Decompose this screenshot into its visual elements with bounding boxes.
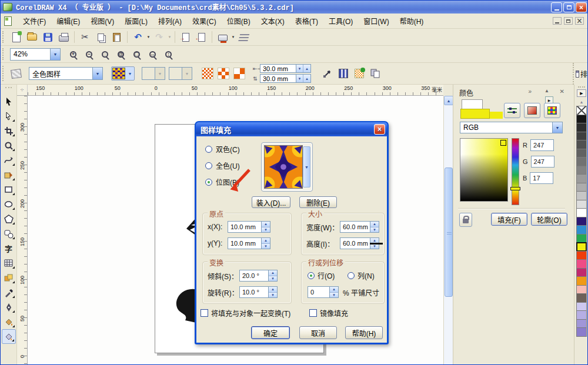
docker-tab[interactable]: 排 [573, 63, 587, 85]
lock-icon[interactable] [459, 213, 472, 227]
palette-swatch[interactable] [576, 268, 587, 277]
close-button[interactable]: × [576, 2, 587, 12]
paste-icon[interactable] [109, 30, 125, 44]
palette-swatch[interactable] [576, 208, 587, 217]
palette-swatch[interactable] [576, 293, 587, 303]
offset-spinner[interactable]: ▲▼ [330, 286, 339, 298]
radio-selected-icon[interactable] [308, 272, 315, 279]
menu-item[interactable]: 视图(V) [85, 14, 119, 28]
palette-swatch[interactable] [576, 327, 587, 337]
table-tool[interactable] [2, 256, 16, 270]
open-icon[interactable] [24, 30, 40, 44]
zoom-level-combo[interactable]: 42% ▼ [10, 48, 61, 61]
zoom-height-icon[interactable]: ↕ [161, 47, 176, 61]
apply-outline-button[interactable]: 轮廓(O) [531, 213, 567, 226]
docker-close-icon[interactable]: ✕ [560, 88, 564, 95]
color-model-combo[interactable]: RGB ▼ [460, 122, 563, 133]
toolbar-grip[interactable] [2, 66, 6, 81]
offset-value-field[interactable]: 0 [308, 286, 330, 298]
ruler-origin-button[interactable]: ⁘ [17, 85, 28, 96]
pick-tool[interactable] [2, 94, 16, 109]
zoom-in-icon[interactable]: + [65, 47, 81, 61]
cut-icon[interactable]: ✂ [77, 30, 93, 44]
interactive-fill-tool[interactable] [2, 329, 16, 344]
small-tile-icon[interactable] [199, 66, 215, 81]
toolbox-grip[interactable] [5, 87, 12, 93]
palette-swatch[interactable] [576, 234, 587, 243]
origin-x-spinner[interactable]: ▲▼ [262, 221, 270, 233]
application-launcher-icon[interactable] [215, 30, 230, 44]
row-radio-row[interactable]: 行(O) [308, 270, 335, 280]
palette-swatch[interactable] [576, 140, 587, 149]
new-icon[interactable] [8, 30, 24, 44]
menu-item[interactable]: 文件(F) [18, 14, 51, 28]
palette-swatch[interactable] [576, 132, 587, 141]
pattern-preview-dropdown[interactable]: ▼ [303, 146, 310, 187]
skew-field[interactable]: 20.0 ° [239, 270, 269, 282]
stripes-icon[interactable] [335, 66, 351, 81]
ok-button[interactable]: 确定 [251, 326, 290, 339]
hue-slider-indicator[interactable] [510, 187, 520, 190]
palette-swatch[interactable] [576, 166, 587, 175]
basic-shapes-tool[interactable] [2, 226, 16, 241]
palette-swatch[interactable] [576, 200, 587, 209]
checkbox-icon[interactable] [201, 309, 208, 317]
mdi-close-button[interactable]: × [575, 17, 584, 25]
large-tile-icon[interactable] [231, 66, 247, 81]
application-launcher-dropdown-arrow[interactable]: ▼ [230, 30, 236, 44]
pattern-preview-box[interactable]: ▼ [261, 142, 313, 192]
dialog-close-icon[interactable]: × [374, 124, 385, 135]
radio-selected-icon[interactable] [205, 179, 212, 186]
palette-swatch[interactable] [576, 217, 587, 226]
export-icon[interactable] [193, 30, 209, 44]
minimize-button[interactable] [551, 2, 562, 12]
menu-item[interactable]: 窗口(W) [358, 14, 394, 28]
redo-dropdown-arrow[interactable]: ▼ [167, 30, 172, 44]
smart-fill-tool[interactable] [2, 168, 16, 182]
rotate-field[interactable]: 10.0 ° [239, 286, 269, 298]
zoom-page-icon[interactable]: □ [129, 47, 145, 61]
palette-swatch[interactable] [576, 310, 587, 320]
palette-swatch[interactable] [576, 319, 587, 329]
toolbar-grip[interactable] [2, 31, 6, 43]
blend-tool[interactable] [2, 270, 16, 285]
color-sliders-icon[interactable] [504, 103, 520, 118]
freehand-tool[interactable] [2, 153, 16, 168]
palette-swatch[interactable] [576, 251, 587, 260]
ellipse-tool[interactable] [2, 197, 16, 212]
menu-item[interactable]: 文本(X) [256, 14, 290, 28]
load-button[interactable]: 装入(D)... [252, 196, 290, 208]
copy-icon[interactable] [93, 30, 109, 44]
origin-x-field[interactable]: 10.0 mm [228, 221, 262, 233]
eyedropper-tool[interactable] [2, 285, 16, 300]
color-picker-selector[interactable] [500, 140, 506, 146]
zoom-tool[interactable] [2, 138, 16, 153]
palette-flyout-icon[interactable]: ▶ [577, 89, 586, 97]
menu-item[interactable]: 位图(B) [222, 14, 256, 28]
palette-swatch[interactable] [576, 225, 587, 235]
print-icon[interactable] [56, 30, 72, 44]
col-radio-row[interactable]: 列(N) [348, 270, 375, 280]
apply-fill-button[interactable]: 填充(F) [491, 213, 527, 226]
menu-item[interactable]: 表格(T) [290, 14, 323, 28]
palette-swatch[interactable] [576, 123, 587, 132]
menu-item[interactable]: 工具(O) [323, 14, 358, 28]
checkbox-icon[interactable] [309, 309, 317, 317]
green-channel-field[interactable]: 247 [531, 156, 554, 168]
menu-item[interactable]: 版面(L) [119, 14, 153, 28]
import-icon[interactable] [178, 30, 193, 44]
outline-pen-tool[interactable] [2, 300, 16, 314]
menu-item[interactable]: 编辑(E) [51, 14, 85, 28]
dialog-title-bar[interactable]: 图样填充 × [196, 122, 387, 136]
zoom-width-icon[interactable]: ↔ [145, 47, 161, 61]
color-picker-area[interactable] [460, 138, 508, 202]
help-button[interactable]: 帮助(H) [345, 326, 383, 339]
hue-slider[interactable] [512, 138, 519, 205]
menu-item[interactable]: 帮助(H) [395, 14, 429, 28]
skew-spinner[interactable]: ▲▼ [269, 270, 278, 282]
radio-icon[interactable] [348, 272, 355, 279]
mdi-minimize-button[interactable] [553, 17, 562, 25]
width-spinner[interactable]: ▲▼ [370, 221, 379, 233]
mirror-fill-checkbox-row[interactable]: 镜像填充 [309, 308, 348, 318]
docker-collapse-icon[interactable]: ▲ [544, 88, 549, 93]
